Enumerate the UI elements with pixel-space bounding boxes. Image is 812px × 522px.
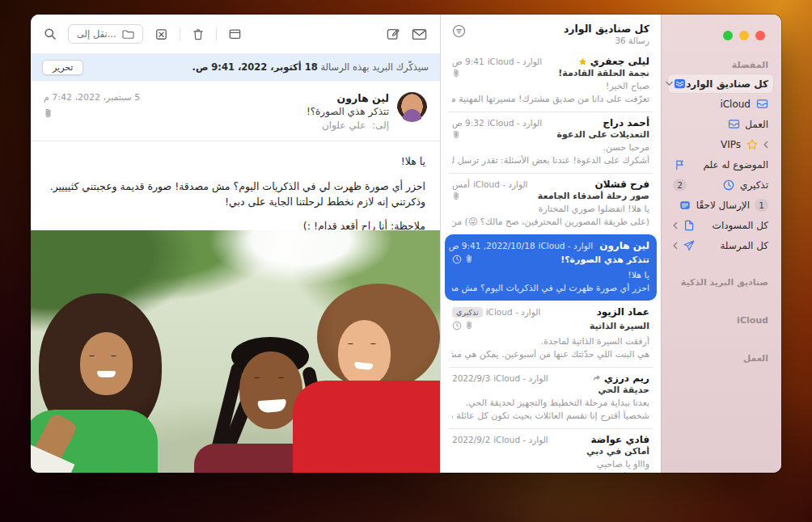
message-preview: الحين أنا غيران كثير منك على هاي الرحلة.… <box>452 472 649 473</box>
close-window-button[interactable] <box>755 31 765 40</box>
sidebar-item-label: الموضوع له علم <box>691 159 768 170</box>
message-header: لين هارون تتذكر هذي الصورة؟! إلى: علي عل… <box>31 81 440 141</box>
attachment-photo <box>31 230 440 473</box>
move-to-button[interactable]: نقل إلى... <box>68 24 143 44</box>
photo-eye <box>89 354 95 356</box>
message-mailbox: الوارد - iCloud <box>493 373 548 383</box>
sender-avatar[interactable] <box>397 92 427 122</box>
message-subject: التعديلات على الدعوة <box>557 129 649 140</box>
list-header: كل صناديق الوارد 36 رسالة <box>441 15 661 50</box>
clock-icon <box>452 252 462 267</box>
list-item[interactable]: عماد الزيود الوارد - iCloud تذكيري السير… <box>441 301 661 367</box>
message-subject: أماكن في دبي <box>586 446 649 457</box>
flag-icon <box>673 158 686 171</box>
paperclip-icon <box>465 252 473 267</box>
sidebar-item-label: VIPs <box>721 139 741 150</box>
to-label: إلى: <box>372 120 389 131</box>
message-date: 5 سبتمبر، 2022، 7:42 م <box>44 92 140 103</box>
list-item[interactable]: أحمد دراج الوارد - iCloud 9:32 ص التعديل… <box>441 112 661 173</box>
envelope-icon[interactable] <box>412 28 427 40</box>
photo-woman-right-shirt <box>293 381 440 473</box>
list-item[interactable]: فادي عواضة الوارد - iCloud 2022/9/2 أماك… <box>441 428 661 473</box>
message-sender: فادي عواضة <box>591 434 649 445</box>
photo-eye <box>370 342 376 344</box>
toolbar-separator <box>216 27 217 40</box>
paperclip-icon <box>452 68 460 78</box>
sidebar-item-icloud-inbox[interactable]: iCloud <box>668 95 773 113</box>
replied-arrow-icon <box>592 374 601 382</box>
message-preview: مرحبا حسن. <box>452 142 649 154</box>
message-subject: صور رحلة أصدقاء الجامعة <box>538 191 649 201</box>
reminder-banner: سيذكّرك البريد بهذه الرسالة 18 أكتوبر، 2… <box>31 53 440 81</box>
unread-count-badge: 2 <box>673 179 687 192</box>
sidebar-item-send-later[interactable]: الإرسال لاحقًا 1 <box>668 196 773 214</box>
reminder-date: 18 أكتوبر، 2022، 9:41 ص. <box>192 61 318 73</box>
minimize-window-button[interactable] <box>739 31 749 40</box>
message-count: 36 رسالة <box>466 36 649 45</box>
work-section-header[interactable]: العمل <box>668 348 773 368</box>
photo-smile <box>97 371 116 377</box>
mailbox-title: كل صناديق الوارد <box>466 23 649 35</box>
message-mailbox: الوارد - iCloud <box>488 57 543 66</box>
sidebar-item-all-inboxes[interactable]: كل صناديق الوارد <box>668 74 773 93</box>
search-icon[interactable] <box>44 27 57 40</box>
message-date: 9:41 ص <box>452 57 484 66</box>
message-preview: يا هلا! <box>452 270 649 282</box>
compose-icon[interactable] <box>386 27 400 41</box>
remind-me-badge: تذكيري <box>452 307 483 318</box>
message-subject: تتذكر هذي الصورة؟! <box>560 255 649 265</box>
message-subject: تتذكر هذي الصورة؟! <box>140 106 389 117</box>
chevron-left-icon[interactable] <box>673 242 678 250</box>
sidebar-item-label: كل المسودات <box>696 220 768 231</box>
zoom-window-button[interactable] <box>723 31 733 40</box>
body-paragraph: يا هلا! <box>45 154 425 170</box>
message-preview: احزر أي صورة ظهرت لي في الذكريات اليوم؟ … <box>452 283 649 295</box>
chevron-left-icon[interactable] <box>673 221 678 229</box>
message-preview: بعدنا ببداية مرحلة التخطيط والتجهيز لحدي… <box>452 398 649 410</box>
photo-eye <box>254 376 260 378</box>
chevron-left-icon[interactable] <box>763 141 768 149</box>
list-item[interactable]: ليلى جعفري الوارد - iCloud 9:41 ص نجمة ا… <box>441 50 661 112</box>
mailbox-sidebar: المفضلة كل صناديق الوارد iCloud العمل <box>662 15 781 473</box>
message-date: 2022/10/18, 9:41 ص <box>449 241 535 250</box>
clock-icon <box>452 318 462 334</box>
favorites-section-header: المفضلة <box>668 57 773 74</box>
message-sender: فرح قشلان <box>594 179 649 190</box>
sidebar-item-remind-me[interactable]: 2 تذكيري <box>668 175 773 194</box>
message-date: 2022/9/2 <box>452 435 490 444</box>
filter-icon[interactable] <box>452 24 466 41</box>
archive-icon[interactable] <box>228 27 242 40</box>
document-icon <box>683 219 696 232</box>
message-preview: شخصياً أقترح إنا نقسم العائلات بحيث تكون… <box>452 410 649 423</box>
list-item[interactable]: فرح قشلان الوارد - iCloud أمس صور رحلة أ… <box>441 173 661 234</box>
body-paragraph: احزر أي صورة ظهرت لي في الذكريات اليوم؟ … <box>45 179 425 210</box>
message-view-pane: نقل إلى... سيذكّرك البريد بهذه <box>31 15 441 473</box>
sidebar-item-flagged[interactable]: الموضوع له علم <box>668 155 773 174</box>
message-subject: حديقة الحي <box>598 385 649 395</box>
sidebar-item-vips[interactable]: VIPs <box>668 135 773 154</box>
message-preview: هي البنت اللي حدّثتك عنها من أسبوعين. يم… <box>452 349 649 361</box>
sidebar-item-work-inbox[interactable]: العمل <box>668 115 773 133</box>
paperclip-icon <box>465 318 473 334</box>
sidebar-item-all-sent[interactable]: كل المرسلة <box>668 236 773 255</box>
message-mailbox: الوارد - iCloud <box>493 435 548 444</box>
sidebar-item-label: كل المرسلة <box>696 240 768 251</box>
junk-icon[interactable] <box>154 27 168 41</box>
toolbar: نقل إلى... <box>31 15 440 53</box>
window-controls <box>723 31 765 40</box>
sidebar-item-label: العمل <box>745 119 768 130</box>
list-item-selected[interactable]: لين هارون الوارد - iCloud 2022/10/18, 9:… <box>445 234 657 301</box>
chevron-down-icon[interactable] <box>666 81 673 86</box>
list-item[interactable]: ريم درزي الوارد - iCloud 2022/9/3 حديقة … <box>441 367 661 428</box>
vip-star-icon <box>578 57 587 66</box>
edit-button[interactable]: تحرير <box>42 60 83 75</box>
paperclip-icon <box>452 129 460 140</box>
sidebar-item-all-drafts[interactable]: كل المسودات <box>668 216 773 234</box>
smart-mailboxes-header[interactable]: صناديق البريد الذكية <box>668 272 773 293</box>
icloud-section-header[interactable]: iCloud <box>668 310 773 330</box>
message-mailbox: الوارد - iCloud <box>486 307 541 317</box>
trash-icon[interactable] <box>192 27 205 41</box>
message-subject: السيرة الذاتية <box>590 321 649 331</box>
inbox-icon <box>755 98 768 111</box>
desktop: { "view": { "toolbar": { "move_to": "نقل… <box>0 0 812 522</box>
